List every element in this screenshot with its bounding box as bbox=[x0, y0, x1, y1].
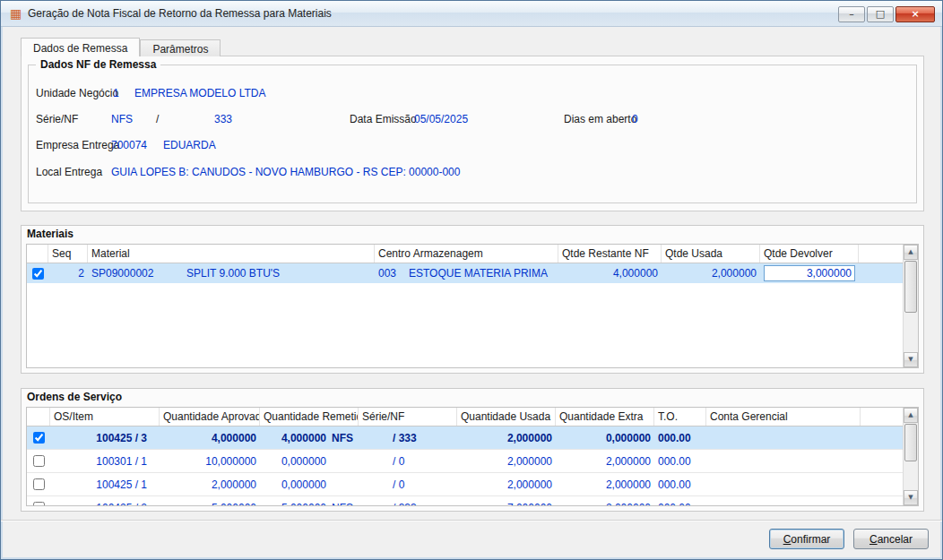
ordens-row-checkbox[interactable] bbox=[33, 455, 45, 467]
materiais-title: Materiais bbox=[27, 228, 74, 240]
ordens-cell-aprovada: 10,000000 bbox=[160, 450, 260, 472]
unidade-negocio-label: Unidade Negócio bbox=[36, 87, 118, 99]
materiais-header-material[interactable]: Material bbox=[88, 245, 375, 263]
materiais-vscrollbar[interactable]: ▲ ▼ bbox=[903, 245, 918, 367]
ordens-row[interactable]: 100425 / 2 5,000000 5,000000 NFS / 333 7… bbox=[27, 496, 918, 506]
materiais-cell-centro: 003 ESTOQUE MATERIA PRIMA bbox=[375, 263, 558, 283]
ordens-header-extra[interactable]: Quantidade Extra bbox=[556, 408, 654, 426]
scroll-up-icon[interactable]: ▲ bbox=[904, 408, 918, 423]
maximize-button[interactable]: □ bbox=[867, 6, 894, 22]
ordens-cell-to: 000.00 bbox=[654, 426, 706, 449]
ordens-cell-serie-nf: / 333 bbox=[359, 426, 457, 449]
ordens-cell-to: 000.00 bbox=[654, 450, 706, 472]
dias-em-aberto-value: 0 bbox=[632, 113, 638, 125]
remetida-value: 0,000000 bbox=[264, 478, 326, 491]
materiais-grid: Seq Material Centro Armazenagem Qtde Res… bbox=[26, 244, 919, 368]
ordens-row[interactable]: 100425 / 3 4,000000 4,000000 NFS / 333 2… bbox=[27, 426, 918, 450]
ordens-cell-os: 100425 / 2 bbox=[50, 496, 160, 506]
ordens-cell-extra: 2,000000 bbox=[556, 496, 654, 506]
confirmar-button[interactable]: Confirmar bbox=[769, 529, 844, 549]
ordens-row-checkbox-cell bbox=[27, 473, 50, 495]
ordens-cell-serie-nf: / 333 bbox=[359, 496, 457, 506]
app-icon: ▦ bbox=[9, 7, 22, 21]
scroll-down-icon[interactable]: ▼ bbox=[904, 352, 918, 367]
ordens-cell-to: 000.00 bbox=[654, 496, 706, 506]
ordens-header-usada[interactable]: Quantidade Usada bbox=[457, 408, 556, 426]
materiais-row-checkbox[interactable] bbox=[32, 268, 44, 280]
ordens-row[interactable]: 100301 / 1 10,000000 0,000000 / 0 2,0000… bbox=[27, 450, 918, 473]
scroll-up-icon[interactable]: ▲ bbox=[904, 245, 918, 260]
remetida-value: 0,000000 bbox=[264, 455, 326, 468]
ordens-row-checkbox-cell bbox=[27, 450, 50, 472]
ordens-cell-usada: 2,000000 bbox=[457, 450, 556, 472]
remetida-value: 5,000000 bbox=[264, 502, 326, 507]
material-code: SP09000002 bbox=[91, 267, 186, 280]
materiais-cell-devolver bbox=[760, 263, 859, 283]
material-name: SPLIT 9.000 BTU'S bbox=[186, 267, 280, 280]
ordens-row-checkbox-cell bbox=[27, 496, 50, 506]
minimize-icon: – bbox=[849, 8, 854, 20]
ordens-header-to[interactable]: T.O. bbox=[654, 408, 706, 426]
ordens-header-select[interactable] bbox=[27, 408, 50, 426]
tab-bar: Dados de Remessa Parâmetros bbox=[21, 38, 221, 56]
cancelar-button[interactable]: Cancelar bbox=[853, 529, 929, 549]
ordens-cell-aprovada: 4,000000 bbox=[160, 426, 260, 449]
scroll-down-icon[interactable]: ▼ bbox=[904, 490, 918, 505]
tab-parametros[interactable]: Parâmetros bbox=[140, 39, 221, 56]
dialog-window: ▦ Geração de Nota Fiscal de Retorno da R… bbox=[0, 0, 943, 560]
materiais-header-centro[interactable]: Centro Armazenagem bbox=[375, 245, 558, 263]
group-title: Dados NF de Remessa bbox=[36, 58, 160, 71]
ordens-row[interactable]: 100425 / 1 2,000000 0,000000 / 0 2,00000… bbox=[27, 473, 918, 496]
ordens-header-os[interactable]: OS/Item bbox=[50, 408, 160, 426]
materiais-cell-material: SP09000002 SPLIT 9.000 BTU'S bbox=[88, 263, 375, 283]
ordens-scroll-thumb[interactable] bbox=[904, 424, 917, 461]
ordens-cell-remetida: 0,000000 bbox=[260, 450, 359, 472]
close-button[interactable]: × bbox=[895, 6, 935, 22]
ordens-cell-conta bbox=[706, 496, 861, 506]
ordens-row-checkbox[interactable] bbox=[33, 432, 45, 444]
ordens-row-checkbox[interactable] bbox=[33, 502, 45, 506]
window-title: Geração de Nota Fiscal de Retorno da Rem… bbox=[28, 7, 332, 20]
ordens-cell-conta bbox=[706, 473, 861, 495]
materiais-scroll-thumb[interactable] bbox=[904, 261, 917, 313]
close-icon: × bbox=[911, 8, 919, 20]
data-emissao-value: 05/05/2025 bbox=[414, 113, 468, 125]
ordens-header-remetida[interactable]: Quantidade Remetida bbox=[260, 408, 359, 426]
materiais-header-usada[interactable]: Qtde Usada bbox=[662, 245, 760, 263]
materiais-header-restante[interactable]: Qtde Restante NF bbox=[558, 245, 662, 263]
ordens-header-conta[interactable]: Conta Gerencial bbox=[706, 408, 861, 426]
centro-code: 003 bbox=[378, 267, 409, 280]
titlebar[interactable]: ▦ Geração de Nota Fiscal de Retorno da R… bbox=[1, 1, 942, 27]
materiais-cell-usada: 2,000000 bbox=[662, 263, 760, 283]
data-emissao-label: Data Emissão bbox=[350, 113, 417, 125]
ordens-cell-remetida: 5,000000 NFS bbox=[260, 496, 359, 506]
confirmar-button-label: Confirmar bbox=[770, 533, 844, 546]
ordens-cell-usada: 7,000000 bbox=[457, 496, 556, 506]
ordens-cell-to: 000.00 bbox=[654, 473, 706, 495]
centro-name: ESTOQUE MATERIA PRIMA bbox=[409, 267, 548, 280]
materiais-header-select[interactable] bbox=[27, 245, 48, 263]
ordens-cell-os: 100425 / 1 bbox=[50, 473, 160, 495]
ordens-vscrollbar[interactable]: ▲ ▼ bbox=[903, 408, 918, 505]
ordens-cell-extra: 2,000000 bbox=[556, 473, 654, 495]
ordens-cell-aprovada: 5,000000 bbox=[160, 496, 260, 506]
tab-dados-de-remessa[interactable]: Dados de Remessa bbox=[21, 38, 140, 56]
group-dados-nf-remessa: Dados NF de Remessa Unidade Negócio 1 EM… bbox=[28, 65, 917, 203]
ordens-cell-remetida: 0,000000 bbox=[260, 473, 359, 495]
cancelar-button-label: Cancelar bbox=[854, 533, 928, 546]
ordens-cell-usada: 2,000000 bbox=[457, 426, 556, 449]
qtde-devolver-input[interactable] bbox=[764, 265, 855, 281]
materiais-header-devolver[interactable]: Qtde Devolver bbox=[760, 245, 859, 263]
materiais-grid-header: Seq Material Centro Armazenagem Qtde Res… bbox=[27, 245, 918, 263]
ordens-header-aprovada[interactable]: Quantidade Aprovada bbox=[160, 408, 260, 426]
empresa-entrega-name: EDUARDA bbox=[163, 139, 216, 151]
dias-em-aberto-label: Dias em aberto bbox=[564, 113, 636, 125]
ordens-row-checkbox[interactable] bbox=[33, 478, 45, 490]
group-materiais: Materiais Seq Material Centro Armazenage… bbox=[21, 225, 924, 374]
materiais-row[interactable]: 2 SP09000002 SPLIT 9.000 BTU'S 003 ESTOQ… bbox=[27, 263, 918, 283]
minimize-button[interactable]: – bbox=[838, 6, 865, 22]
ordens-cell-extra: 0,000000 bbox=[556, 426, 654, 449]
materiais-header-seq[interactable]: Seq bbox=[48, 245, 88, 263]
ordens-header-serie[interactable]: Série/NF bbox=[359, 408, 457, 426]
footer-separator bbox=[1, 520, 942, 521]
